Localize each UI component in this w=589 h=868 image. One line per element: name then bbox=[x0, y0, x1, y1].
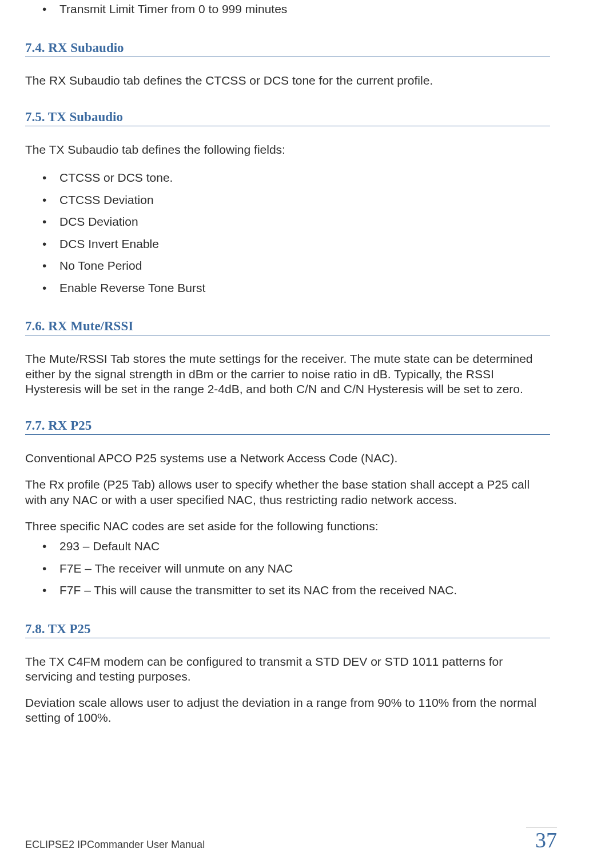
heading-7-7: 7.7. RX P25 bbox=[25, 418, 550, 435]
list-item: 293 – Default NAC bbox=[42, 537, 550, 556]
paragraph: The Mute/RSSI Tab stores the mute settin… bbox=[25, 351, 550, 397]
tx-subaudio-list: CTCSS or DCS tone. CTCSS Deviation DCS D… bbox=[25, 169, 550, 297]
paragraph: Deviation scale allows user to adjust th… bbox=[25, 695, 550, 726]
heading-7-8: 7.8. TX P25 bbox=[25, 622, 550, 638]
list-item: DCS Invert Enable bbox=[42, 235, 550, 254]
top-list: Transmit Limit Timer from 0 to 999 minut… bbox=[25, 0, 550, 19]
paragraph: The TX Subaudio tab defines the followin… bbox=[25, 142, 550, 157]
footer: ECLIPSE2 IPCommander User Manual 37 bbox=[25, 827, 557, 851]
list-item: No Tone Period bbox=[42, 257, 550, 275]
heading-7-5: 7.5. TX Subaudio bbox=[25, 110, 550, 126]
heading-7-4: 7.4. RX Subaudio bbox=[25, 41, 550, 57]
content-area: Transmit Limit Timer from 0 to 999 minut… bbox=[25, 0, 550, 726]
paragraph: The RX Subaudio tab defines the CTCSS or… bbox=[25, 73, 550, 88]
paragraph: The Rx profile (P25 Tab) allows user to … bbox=[25, 477, 550, 507]
list-item: Enable Reverse Tone Burst bbox=[42, 279, 550, 298]
page: Transmit Limit Timer from 0 to 999 minut… bbox=[0, 0, 589, 868]
heading-7-6: 7.6. RX Mute/RSSI bbox=[25, 319, 550, 335]
list-item: CTCSS Deviation bbox=[42, 191, 550, 210]
list-item: Transmit Limit Timer from 0 to 999 minut… bbox=[42, 0, 550, 19]
list-item: F7E – The receiver will unmute on any NA… bbox=[42, 559, 550, 578]
paragraph: Three specific NAC codes are set aside f… bbox=[25, 519, 550, 534]
paragraph: The TX C4FM modem can be configured to t… bbox=[25, 654, 550, 685]
page-number: 37 bbox=[526, 827, 557, 851]
list-item: CTCSS or DCS tone. bbox=[42, 169, 550, 187]
list-item: DCS Deviation bbox=[42, 213, 550, 231]
footer-title: ECLIPSE2 IPCommander User Manual bbox=[25, 839, 205, 851]
paragraph: Conventional APCO P25 systems use a Netw… bbox=[25, 451, 550, 466]
list-item: F7F – This will cause the transmitter to… bbox=[42, 581, 550, 600]
nac-list: 293 – Default NAC F7E – The receiver wil… bbox=[25, 537, 550, 600]
